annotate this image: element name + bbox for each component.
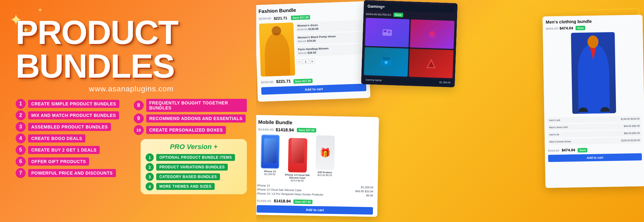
mens-total-old: $491.59 [548, 149, 559, 152]
pro-item-2: 2 PRODUCT VARIATIONS BUNDLES [146, 163, 242, 171]
card-gaming-inner: Gaming+ $660.80 $1750.04 Save [361, 0, 457, 87]
product-item-2: Women's Black Pump shoes $93.09 $79.00 [296, 32, 365, 45]
case-price-val: $49.95 $33.94 [355, 190, 373, 193]
feature-num-5: 5 [16, 145, 26, 155]
feature-label-7: POWERFUL PRICE AND DISCOUNTS [28, 169, 116, 177]
svg-rect-6 [382, 57, 390, 60]
gaming-item-3 [364, 47, 408, 77]
pro-num-2: 2 [146, 163, 154, 171]
gift-icon: 🎁 [320, 147, 331, 158]
mens-product-price-4: $130.00 $100.00 [621, 139, 640, 142]
feature-label-4: CREATE BOGO DEALS [28, 134, 85, 142]
mens-price-badge: Save [576, 26, 585, 30]
svg-rect-4 [430, 31, 435, 37]
feature-3: 3 ASSEMBLED PRODUCT BUNDLES [16, 122, 129, 132]
mobile-price-old: $1446.49 [258, 127, 274, 132]
feature-label-2: MIX AND MATCH PRODUCT BUNDLES [28, 111, 119, 119]
mens-total-new: $474.04 [562, 148, 575, 152]
pro-label-2: PRODUCT VARIATIONS BUNDLES [156, 164, 228, 171]
features-col-left: 1 CREATE SIMPLE PRODUCT BUNDLES 2 MIX AN… [16, 99, 129, 194]
mens-total-badge: Save [578, 148, 587, 152]
mobile-products-row: iPhone 13 $1,209.95 iPhone 13 Cloud Sak … [257, 134, 374, 183]
card-mens-inner: Men's clothing bundle $491.59 $474.04 Sa… [542, 15, 644, 188]
mens-footer: $491.59 $474.04 Save [548, 146, 642, 153]
pro-num-3: 3 [146, 173, 154, 181]
mobile-price-badge: Save $27.55 [297, 128, 316, 133]
feature-label-6: OFFER GIFT PRODUCTS [28, 157, 89, 166]
pro-item-4: 4 MORE THEMES AND SIZES [146, 182, 242, 191]
banner: ✦ ✦ ✦ PRODUCT BUNDLES www.asanaplugins.c… [0, 0, 644, 222]
feature-num-6: 6 [16, 157, 26, 166]
mens-product-3: men's tie $60.00 $55.00 [548, 130, 642, 138]
iphone-image [261, 134, 280, 169]
iphone-price: $1,209.95 [257, 173, 282, 176]
case-name: iPhone 13 Cloud Sak Silicone Case [285, 173, 310, 179]
gaming-price-old: $660.80 $1750.04 [366, 12, 391, 17]
mobile-card-title: Mobile Bundle [258, 119, 374, 127]
feature-9: 9 RECOMMEND ADDONS AND ESSENTIALS [134, 113, 247, 123]
pro-items: 1 OPTIONAL PRODUCT BUNDLE ITEMS 2 PRODUC… [146, 153, 242, 191]
left-section: PRODUCT BUNDLES www.asanaplugins.com 1 C… [0, 0, 256, 222]
mens-price-old: $491.59 [546, 27, 558, 31]
mobile-price-new: $1418.94 [276, 127, 294, 133]
mens-product-list: men's suit $130.00 $105.00 Men's dress s… [547, 116, 642, 145]
feature-label-5: CREATE BUY 2 GET 1 DEALS [28, 146, 100, 154]
add-to-cart-fashion[interactable]: Add to cart [261, 84, 367, 95]
feature-label-9: RECOMMEND ADDONS AND ESSENTIALS [146, 114, 246, 123]
fashion-total-old: $239.00 [261, 80, 273, 84]
feature-num-1: 1 [16, 99, 26, 109]
fashion-products: Women's dress $155.00 $138.98 Women's Bl… [259, 20, 366, 77]
product-item-3: Paris Handbag Women $33.00 $28.50 [296, 44, 365, 57]
qty-controls: − 1 + [297, 57, 365, 64]
case-price-label: iPhone 13 Cloud Sak Silicone Case [257, 188, 302, 192]
feature-label-3: ASSEMBLED PRODUCT BUNDLES [28, 123, 111, 131]
iphone-price-label: iPhone 13 [257, 184, 270, 187]
gaming-icon-1 [365, 18, 410, 47]
feature-num-7: 7 [16, 168, 26, 178]
fashion-price-badge: Save $17.29 [291, 15, 310, 20]
mobile-price-row: $1446.49 $1418.94 Save $27.55 [258, 127, 374, 134]
feature-5: 5 CREATE BUY 2 GET 1 DEALS [16, 145, 129, 155]
mobile-total-new: $1418.94 [274, 199, 291, 204]
fashion-total: $239.00 $221.71 Save $17.29 [261, 77, 312, 85]
pro-title: PRO Version + [146, 143, 242, 151]
feature-num-8: 8 [134, 100, 144, 110]
right-section: Fashion Bundle $239.00 $221.71 Save $17.… [256, 0, 644, 222]
case-image [288, 138, 307, 172]
suit-image [571, 32, 616, 114]
card-fashion: Fashion Bundle $239.00 $221.71 Save $17.… [256, 1, 370, 102]
card-mens: Men's clothing bundle $491.59 $474.04 Sa… [542, 15, 644, 188]
add-to-cart-mens[interactable]: Add to cart [548, 153, 642, 162]
case-product: iPhone 13 Cloud Sak Silicone Case $19.9 … [285, 135, 311, 182]
add-to-cart-mobile[interactable]: Add to cart [257, 205, 373, 215]
mens-price-new: $474.04 [560, 26, 573, 31]
fashion-footer: $239.00 $221.71 Save $17.29 [261, 75, 366, 85]
website-url: www.asanaplugins.com [16, 84, 247, 93]
feature-label-8: FREQUENTLY BOUGHT TOGETHER BUNDLES [146, 99, 247, 112]
feature-6: 6 OFFER GIFT PRODUCTS [16, 157, 129, 166]
feature-1: 1 CREATE SIMPLE PRODUCT BUNDLES [16, 99, 129, 109]
feature-8: 8 FREQUENTLY BOUGHT TOGETHER BUNDLES [134, 99, 247, 112]
features-grid: 1 CREATE SIMPLE PRODUCT BUNDLES 2 MIX AN… [16, 99, 247, 194]
pro-item-1: 1 OPTIONAL PRODUCT BUNDLE ITEMS [146, 153, 242, 162]
qty-plus[interactable]: + [310, 59, 315, 64]
gaming-badge: Save [393, 12, 403, 17]
mens-product-name-2: Men's dress shirt [549, 126, 568, 129]
pro-item-3: 3 CATEGORY BASED BUNDLES [146, 173, 242, 181]
mobile-footer: $1446.49 $1418.94 Save $27.55 [257, 198, 373, 205]
feature-num-2: 2 [16, 110, 26, 120]
gift-product: 🎁 Gift Product $15.00 $0.00 [312, 135, 338, 183]
feature-num-4: 4 [16, 133, 26, 143]
mens-product-1: men's suit $130.00 $105.00 [547, 116, 641, 123]
card-mobile-inner: Mobile Bundle $1446.49 $1418.94 Save $27… [256, 115, 379, 217]
feature-label-10: CREATE PERSONALIZED BOXES [146, 126, 226, 134]
mens-product-name-1: men's suit [549, 119, 560, 122]
qty-minus[interactable]: − [297, 59, 302, 64]
gaming-item-4 [409, 49, 453, 78]
gaming-icon-3 [364, 47, 408, 77]
mens-product-price-3: $60.00 $55.00 [624, 132, 640, 135]
pro-section: PRO Version + 1 OPTIONAL PRODUCT BUNDLE … [141, 139, 247, 194]
mobile-total-badge: Save $27.55 [293, 200, 312, 204]
gaming-item-2 [410, 19, 455, 49]
card-mobile: Mobile Bundle $1446.49 $1418.94 Save $27… [256, 115, 379, 217]
